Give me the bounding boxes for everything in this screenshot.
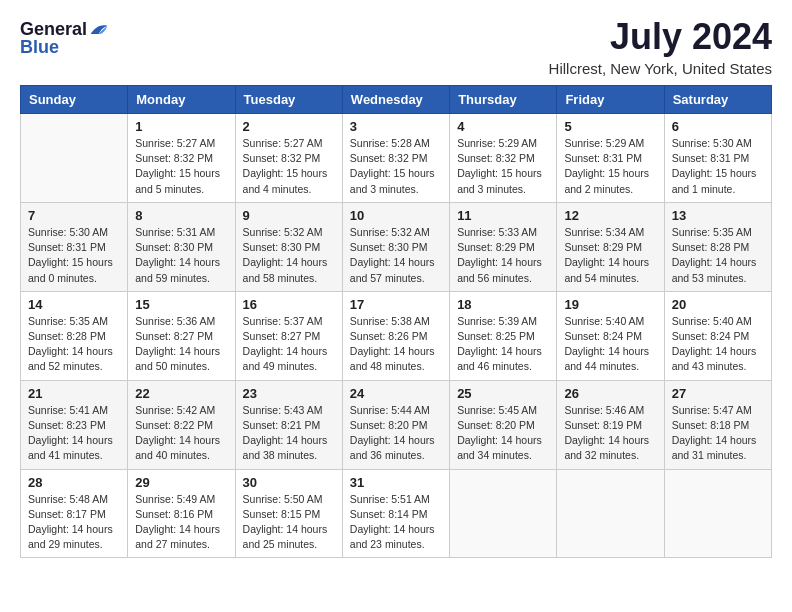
col-header-wednesday: Wednesday [342, 86, 449, 114]
day-info: Sunrise: 5:50 AM Sunset: 8:15 PM Dayligh… [243, 492, 335, 553]
day-info: Sunrise: 5:39 AM Sunset: 8:25 PM Dayligh… [457, 314, 549, 375]
day-number: 25 [457, 386, 549, 401]
day-number: 14 [28, 297, 120, 312]
logo: General Blue [20, 20, 109, 56]
calendar-table: SundayMondayTuesdayWednesdayThursdayFrid… [20, 85, 772, 558]
calendar-cell: 9Sunrise: 5:32 AM Sunset: 8:30 PM Daylig… [235, 202, 342, 291]
calendar-cell: 29Sunrise: 5:49 AM Sunset: 8:16 PM Dayli… [128, 469, 235, 558]
day-number: 16 [243, 297, 335, 312]
day-info: Sunrise: 5:40 AM Sunset: 8:24 PM Dayligh… [564, 314, 656, 375]
day-info: Sunrise: 5:49 AM Sunset: 8:16 PM Dayligh… [135, 492, 227, 553]
calendar-cell: 13Sunrise: 5:35 AM Sunset: 8:28 PM Dayli… [664, 202, 771, 291]
day-info: Sunrise: 5:30 AM Sunset: 8:31 PM Dayligh… [28, 225, 120, 286]
calendar-cell [450, 469, 557, 558]
calendar-cell: 23Sunrise: 5:43 AM Sunset: 8:21 PM Dayli… [235, 380, 342, 469]
day-info: Sunrise: 5:27 AM Sunset: 8:32 PM Dayligh… [243, 136, 335, 197]
calendar-cell: 4Sunrise: 5:29 AM Sunset: 8:32 PM Daylig… [450, 114, 557, 203]
day-number: 24 [350, 386, 442, 401]
calendar-cell: 22Sunrise: 5:42 AM Sunset: 8:22 PM Dayli… [128, 380, 235, 469]
day-info: Sunrise: 5:45 AM Sunset: 8:20 PM Dayligh… [457, 403, 549, 464]
calendar-cell: 16Sunrise: 5:37 AM Sunset: 8:27 PM Dayli… [235, 291, 342, 380]
calendar-cell: 18Sunrise: 5:39 AM Sunset: 8:25 PM Dayli… [450, 291, 557, 380]
logo-general-text: General [20, 20, 87, 38]
week-row-1: 1Sunrise: 5:27 AM Sunset: 8:32 PM Daylig… [21, 114, 772, 203]
calendar-cell: 11Sunrise: 5:33 AM Sunset: 8:29 PM Dayli… [450, 202, 557, 291]
day-info: Sunrise: 5:33 AM Sunset: 8:29 PM Dayligh… [457, 225, 549, 286]
day-number: 28 [28, 475, 120, 490]
day-number: 31 [350, 475, 442, 490]
day-info: Sunrise: 5:46 AM Sunset: 8:19 PM Dayligh… [564, 403, 656, 464]
day-info: Sunrise: 5:35 AM Sunset: 8:28 PM Dayligh… [672, 225, 764, 286]
day-number: 23 [243, 386, 335, 401]
week-row-2: 7Sunrise: 5:30 AM Sunset: 8:31 PM Daylig… [21, 202, 772, 291]
col-header-thursday: Thursday [450, 86, 557, 114]
calendar-cell: 15Sunrise: 5:36 AM Sunset: 8:27 PM Dayli… [128, 291, 235, 380]
day-info: Sunrise: 5:48 AM Sunset: 8:17 PM Dayligh… [28, 492, 120, 553]
col-header-tuesday: Tuesday [235, 86, 342, 114]
calendar-cell: 27Sunrise: 5:47 AM Sunset: 8:18 PM Dayli… [664, 380, 771, 469]
day-info: Sunrise: 5:29 AM Sunset: 8:31 PM Dayligh… [564, 136, 656, 197]
day-number: 15 [135, 297, 227, 312]
col-header-monday: Monday [128, 86, 235, 114]
day-info: Sunrise: 5:32 AM Sunset: 8:30 PM Dayligh… [350, 225, 442, 286]
day-info: Sunrise: 5:30 AM Sunset: 8:31 PM Dayligh… [672, 136, 764, 197]
week-row-5: 28Sunrise: 5:48 AM Sunset: 8:17 PM Dayli… [21, 469, 772, 558]
col-header-saturday: Saturday [664, 86, 771, 114]
calendar-cell: 31Sunrise: 5:51 AM Sunset: 8:14 PM Dayli… [342, 469, 449, 558]
calendar-cell: 7Sunrise: 5:30 AM Sunset: 8:31 PM Daylig… [21, 202, 128, 291]
calendar-cell: 24Sunrise: 5:44 AM Sunset: 8:20 PM Dayli… [342, 380, 449, 469]
calendar-cell [21, 114, 128, 203]
main-title: July 2024 [549, 16, 772, 58]
calendar-cell [557, 469, 664, 558]
day-number: 20 [672, 297, 764, 312]
title-block: July 2024 Hillcrest, New York, United St… [549, 16, 772, 77]
day-number: 2 [243, 119, 335, 134]
day-number: 10 [350, 208, 442, 223]
calendar-cell: 3Sunrise: 5:28 AM Sunset: 8:32 PM Daylig… [342, 114, 449, 203]
day-number: 26 [564, 386, 656, 401]
day-number: 6 [672, 119, 764, 134]
day-number: 9 [243, 208, 335, 223]
day-info: Sunrise: 5:42 AM Sunset: 8:22 PM Dayligh… [135, 403, 227, 464]
calendar-cell: 21Sunrise: 5:41 AM Sunset: 8:23 PM Dayli… [21, 380, 128, 469]
calendar-cell: 19Sunrise: 5:40 AM Sunset: 8:24 PM Dayli… [557, 291, 664, 380]
calendar-cell: 1Sunrise: 5:27 AM Sunset: 8:32 PM Daylig… [128, 114, 235, 203]
day-number: 5 [564, 119, 656, 134]
day-number: 27 [672, 386, 764, 401]
day-info: Sunrise: 5:44 AM Sunset: 8:20 PM Dayligh… [350, 403, 442, 464]
day-info: Sunrise: 5:41 AM Sunset: 8:23 PM Dayligh… [28, 403, 120, 464]
calendar-cell [664, 469, 771, 558]
calendar-cell: 8Sunrise: 5:31 AM Sunset: 8:30 PM Daylig… [128, 202, 235, 291]
calendar-cell: 30Sunrise: 5:50 AM Sunset: 8:15 PM Dayli… [235, 469, 342, 558]
day-info: Sunrise: 5:28 AM Sunset: 8:32 PM Dayligh… [350, 136, 442, 197]
day-number: 12 [564, 208, 656, 223]
day-info: Sunrise: 5:51 AM Sunset: 8:14 PM Dayligh… [350, 492, 442, 553]
col-header-friday: Friday [557, 86, 664, 114]
day-number: 11 [457, 208, 549, 223]
day-number: 19 [564, 297, 656, 312]
day-number: 8 [135, 208, 227, 223]
calendar-cell: 25Sunrise: 5:45 AM Sunset: 8:20 PM Dayli… [450, 380, 557, 469]
day-number: 29 [135, 475, 227, 490]
day-info: Sunrise: 5:37 AM Sunset: 8:27 PM Dayligh… [243, 314, 335, 375]
calendar-header-row: SundayMondayTuesdayWednesdayThursdayFrid… [21, 86, 772, 114]
day-info: Sunrise: 5:40 AM Sunset: 8:24 PM Dayligh… [672, 314, 764, 375]
day-number: 17 [350, 297, 442, 312]
day-info: Sunrise: 5:27 AM Sunset: 8:32 PM Dayligh… [135, 136, 227, 197]
col-header-sunday: Sunday [21, 86, 128, 114]
logo-bird-icon [89, 22, 109, 36]
day-info: Sunrise: 5:32 AM Sunset: 8:30 PM Dayligh… [243, 225, 335, 286]
day-number: 3 [350, 119, 442, 134]
day-info: Sunrise: 5:36 AM Sunset: 8:27 PM Dayligh… [135, 314, 227, 375]
day-number: 7 [28, 208, 120, 223]
header: General Blue July 2024 Hillcrest, New Yo… [20, 16, 772, 77]
calendar-cell: 17Sunrise: 5:38 AM Sunset: 8:26 PM Dayli… [342, 291, 449, 380]
calendar-cell: 2Sunrise: 5:27 AM Sunset: 8:32 PM Daylig… [235, 114, 342, 203]
day-number: 13 [672, 208, 764, 223]
calendar-cell: 20Sunrise: 5:40 AM Sunset: 8:24 PM Dayli… [664, 291, 771, 380]
day-number: 30 [243, 475, 335, 490]
calendar-cell: 14Sunrise: 5:35 AM Sunset: 8:28 PM Dayli… [21, 291, 128, 380]
day-info: Sunrise: 5:31 AM Sunset: 8:30 PM Dayligh… [135, 225, 227, 286]
week-row-4: 21Sunrise: 5:41 AM Sunset: 8:23 PM Dayli… [21, 380, 772, 469]
day-info: Sunrise: 5:34 AM Sunset: 8:29 PM Dayligh… [564, 225, 656, 286]
